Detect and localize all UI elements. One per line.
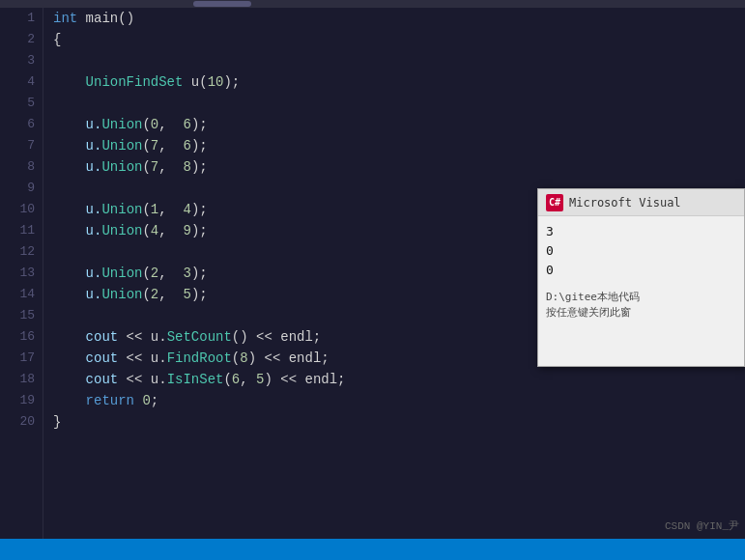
terminal-footer-line1: D:\gitee本地代码 <box>546 290 736 305</box>
code-line[interactable]: { <box>53 29 745 50</box>
terminal-output-line: 0 <box>546 241 736 261</box>
terminal-icon-label: C# <box>549 197 560 208</box>
terminal-footer-line2: 按任意键关闭此窗 <box>546 305 736 321</box>
code-line[interactable]: u.Union(7, 8); <box>53 156 745 178</box>
line-number: 2 <box>0 29 35 50</box>
line-number: 14 <box>0 284 35 305</box>
line-number: 16 <box>0 326 35 348</box>
terminal-window: C# Microsoft Visual 300 D:\gitee本地代码 按任意… <box>537 188 745 367</box>
line-number: 20 <box>0 411 35 433</box>
line-number: 10 <box>0 199 35 220</box>
code-line[interactable]: u.Union(7, 6); <box>53 135 745 156</box>
terminal-output-line: 3 <box>546 222 736 241</box>
scrollbar-thumb[interactable] <box>193 1 251 7</box>
terminal-body: 300 <box>538 216 744 286</box>
line-number: 18 <box>0 369 35 390</box>
code-line[interactable]: return 0; <box>53 390 745 411</box>
terminal-titlebar: C# Microsoft Visual <box>538 189 744 216</box>
editor-area: 1234567891011121314151617181920 int main… <box>0 0 745 560</box>
line-number: 4 <box>0 71 35 93</box>
line-number: 9 <box>0 178 35 199</box>
line-number: 3 <box>0 50 35 71</box>
line-number: 1 <box>0 8 35 29</box>
status-bar <box>0 539 745 560</box>
line-number: 19 <box>0 390 35 411</box>
code-line[interactable] <box>53 50 745 71</box>
terminal-output-line: 0 <box>546 261 736 280</box>
code-line[interactable] <box>53 93 745 114</box>
line-number: 13 <box>0 263 35 284</box>
code-line[interactable]: u.Union(0, 6); <box>53 114 745 135</box>
line-number: 6 <box>0 114 35 135</box>
code-line[interactable]: UnionFindSet u(10); <box>53 71 745 93</box>
line-number: 5 <box>0 93 35 114</box>
line-number: 11 <box>0 220 35 241</box>
line-number: 8 <box>0 156 35 178</box>
code-line[interactable]: cout << u.IsInSet(6, 5) << endl; <box>53 369 745 390</box>
top-scrollbar[interactable] <box>0 0 745 8</box>
line-numbers: 1234567891011121314151617181920 <box>0 8 43 539</box>
line-number: 15 <box>0 305 35 326</box>
code-line[interactable]: } <box>53 411 745 433</box>
line-number: 7 <box>0 135 35 156</box>
csdn-watermark: CSDN @YIN_尹 <box>665 518 739 533</box>
terminal-icon: C# <box>546 194 563 211</box>
line-number: 17 <box>0 348 35 369</box>
terminal-title: Microsoft Visual <box>569 196 681 210</box>
line-number: 12 <box>0 241 35 263</box>
code-line[interactable]: int main() <box>53 8 745 29</box>
terminal-footer: D:\gitee本地代码 按任意键关闭此窗 <box>538 286 744 324</box>
